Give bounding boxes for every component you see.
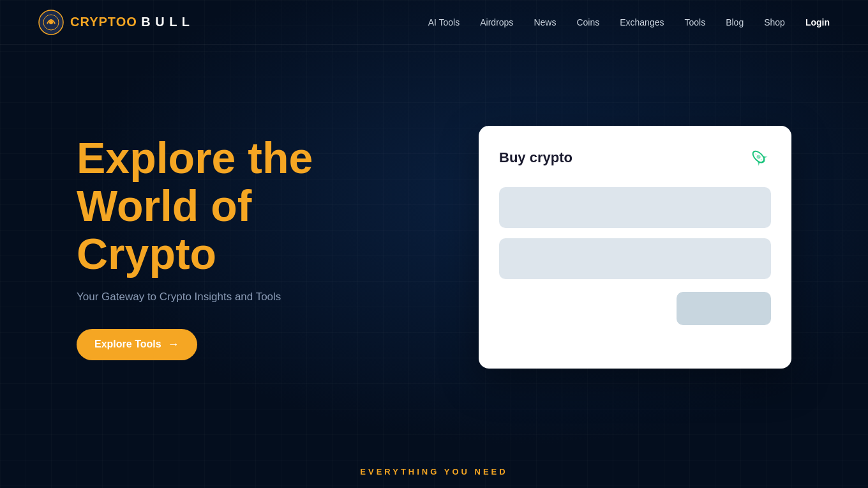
hero-left: Explore the World ofCrypto Your Gateway …	[77, 134, 434, 360]
svg-point-5	[756, 154, 761, 159]
hero-section: Explore the World ofCrypto Your Gateway …	[0, 45, 868, 450]
logo[interactable]: CRYPTOO B U L L	[38, 10, 190, 35]
rocket-icon	[748, 146, 771, 169]
logo-icon	[38, 10, 64, 35]
nav-item-blog[interactable]: Blog	[726, 17, 744, 28]
svg-point-2	[49, 20, 53, 24]
widget-submit-button[interactable]	[677, 292, 771, 325]
nav-item-exchanges[interactable]: Exchanges	[620, 17, 664, 28]
navbar: CRYPTOO B U L L AI Tools Airdrops News C…	[0, 0, 868, 45]
nav-item-airdrops[interactable]: Airdrops	[480, 17, 513, 28]
nav-item-news[interactable]: News	[534, 17, 556, 28]
nav-item-login[interactable]: Login	[805, 17, 830, 28]
explore-tools-button[interactable]: Explore Tools →	[77, 329, 197, 360]
bottom-tagline: EVERYTHING YOU NEED	[360, 467, 507, 477]
logo-text: CRYPTOO B U L L	[70, 15, 190, 29]
buy-crypto-widget: Buy crypto	[479, 126, 791, 369]
widget-header: Buy crypto	[499, 146, 771, 169]
nav-item-shop[interactable]: Shop	[764, 17, 785, 28]
hero-subtitle: Your Gateway to Crypto Insights and Tool…	[77, 291, 434, 303]
widget-input-field-1[interactable]	[499, 187, 771, 228]
hero-title: Explore the World ofCrypto	[77, 134, 434, 277]
arrow-icon: →	[168, 338, 179, 351]
nav-item-coins[interactable]: Coins	[576, 17, 599, 28]
widget-input-field-2[interactable]	[499, 238, 771, 279]
widget-submit-row	[499, 292, 771, 325]
nav-links: AI Tools Airdrops News Coins Exchanges T…	[428, 17, 830, 28]
widget-title: Buy crypto	[499, 149, 572, 166]
nav-item-ai-tools[interactable]: AI Tools	[428, 17, 460, 28]
nav-item-tools[interactable]: Tools	[684, 17, 705, 28]
